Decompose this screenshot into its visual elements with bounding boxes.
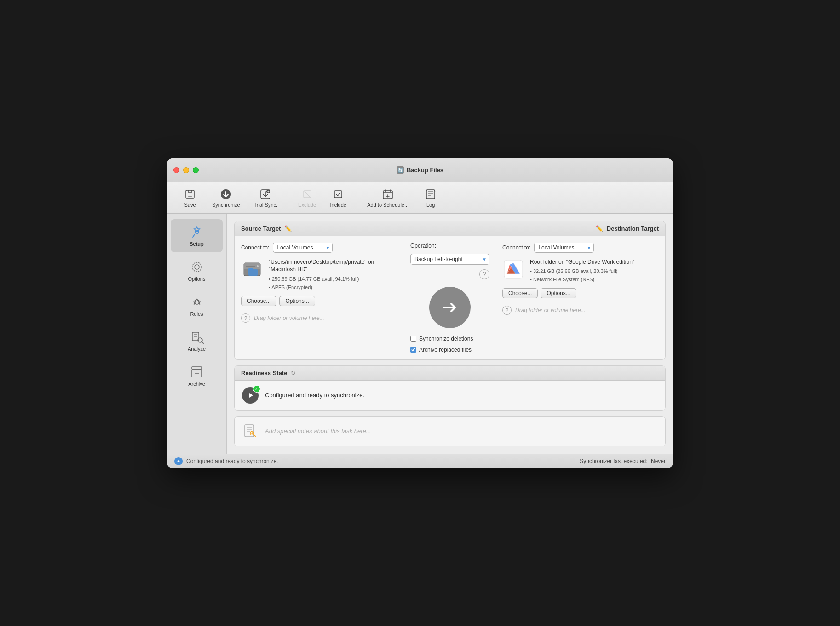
dest-edit-icon[interactable]: ✏️ bbox=[596, 225, 603, 232]
toolbar: Save Synchronize Trial Syn bbox=[167, 182, 673, 214]
sync-deletions-checkbox[interactable] bbox=[410, 336, 416, 342]
svg-line-7 bbox=[304, 191, 311, 198]
sync-deletions-label: Synchronize deletions bbox=[419, 336, 473, 342]
source-btn-row: Choose... Options... bbox=[241, 296, 397, 306]
minimize-button[interactable] bbox=[183, 167, 189, 173]
svg-point-20 bbox=[192, 262, 201, 272]
app-window: 🔄 Backup Files Save bbox=[167, 158, 673, 468]
synchronize-button[interactable]: Synchronize bbox=[207, 186, 246, 209]
rules-icon bbox=[190, 295, 204, 309]
source-options-button[interactable]: Options... bbox=[279, 296, 315, 306]
close-button[interactable] bbox=[173, 167, 179, 173]
status-sync-icon bbox=[174, 457, 183, 465]
dest-size: • 32.21 GB (25.66 GB avail, 20.3% full) bbox=[530, 267, 634, 276]
exclude-button[interactable]: Exclude bbox=[293, 186, 322, 209]
dest-drag-zone: ? Drag folder or volume here... bbox=[502, 306, 659, 315]
source-connect-select[interactable]: Local Volumes Remote Volumes Cloud Stora… bbox=[273, 243, 333, 253]
readiness-content: ✓ Configured and ready to synchronize. bbox=[235, 381, 665, 410]
dest-path: Root folder on "Google Drive Work editio… bbox=[530, 258, 634, 266]
targets-header: Source Target ✏️ ✏️ Destination Target bbox=[235, 221, 665, 236]
sync-value: Never bbox=[651, 458, 666, 464]
sidebar-item-archive[interactable]: Archive bbox=[171, 359, 223, 392]
source-title: Source Target bbox=[241, 225, 281, 232]
operation-select[interactable]: Backup Left-to-right Backup Right-to-lef… bbox=[410, 254, 489, 265]
sidebar-item-rules[interactable]: Rules bbox=[171, 289, 223, 322]
source-help-button[interactable]: ? bbox=[241, 313, 250, 323]
svg-rect-28 bbox=[192, 367, 202, 369]
trial-sync-icon bbox=[259, 188, 272, 201]
sidebar-item-analyze[interactable]: Analyze bbox=[171, 324, 223, 357]
svg-rect-33 bbox=[248, 269, 258, 276]
source-edit-icon[interactable]: ✏️ bbox=[284, 225, 292, 232]
google-drive-icon bbox=[502, 258, 524, 280]
toolbar-separator-1 bbox=[288, 189, 288, 206]
archive-replaced-row: Archive replaced files bbox=[410, 347, 472, 353]
toolbar-separator-2 bbox=[357, 189, 357, 206]
notes-icon bbox=[242, 423, 259, 440]
sync-info: Synchronizer last executed: bbox=[580, 458, 647, 464]
synchronize-label: Synchronize bbox=[212, 202, 240, 208]
dest-meta: • 32.21 GB (25.66 GB avail, 20.3% full) … bbox=[530, 267, 634, 284]
archive-replaced-label: Archive replaced files bbox=[419, 347, 472, 353]
operation-select-wrapper: Backup Left-to-right Backup Right-to-lef… bbox=[410, 254, 489, 265]
svg-text:🔄: 🔄 bbox=[397, 168, 403, 173]
include-button[interactable]: Include bbox=[324, 186, 352, 209]
dest-choose-button[interactable]: Choose... bbox=[502, 288, 538, 298]
notes-placeholder: Add special notes about this task here..… bbox=[265, 428, 371, 435]
sidebar-item-options[interactable]: Options bbox=[171, 254, 223, 287]
sync-deletions-row: Synchronize deletions bbox=[410, 336, 473, 342]
save-button[interactable]: Save bbox=[176, 186, 204, 209]
maximize-button[interactable] bbox=[193, 167, 199, 173]
dest-connect-wrapper: Local Volumes Remote Volumes Cloud Stora… bbox=[534, 243, 594, 253]
svg-rect-34 bbox=[248, 268, 253, 270]
operation-section: Operation: Backup Left-to-right Backup R… bbox=[404, 236, 496, 359]
options-icon bbox=[190, 260, 204, 274]
synchronize-icon bbox=[219, 188, 232, 201]
trial-sync-button[interactable]: Trial Sync. bbox=[248, 186, 283, 209]
dest-connect-select[interactable]: Local Volumes Remote Volumes Cloud Stora… bbox=[534, 243, 594, 253]
add-schedule-label: Add to Schedule... bbox=[367, 202, 408, 208]
readiness-header: Readiness State ↻ bbox=[235, 366, 665, 381]
dest-connect-row: Connect to: Local Volumes Remote Volumes… bbox=[502, 243, 659, 253]
window-controls bbox=[173, 167, 199, 173]
dest-drag-hint: Drag folder or volume here... bbox=[515, 307, 586, 313]
main-area: Setup Options bbox=[167, 214, 673, 454]
notes-panel[interactable]: Add special notes about this task here..… bbox=[234, 416, 666, 446]
sync-executed-label: Synchronizer last executed: Never bbox=[580, 458, 666, 464]
targets-body: Connect to: Local Volumes Remote Volumes… bbox=[235, 236, 665, 359]
readiness-title: Readiness State bbox=[241, 370, 287, 377]
sidebar-item-setup[interactable]: Setup bbox=[171, 219, 223, 252]
destination-header: ✏️ Destination Target bbox=[496, 221, 665, 236]
archive-replaced-checkbox[interactable] bbox=[410, 347, 416, 353]
statusbar-left: Configured and ready to synchronize. bbox=[174, 457, 278, 465]
targets-panel: Source Target ✏️ ✏️ Destination Target bbox=[234, 221, 666, 360]
source-path: "Users/immovero/Desktop/temp/private" on… bbox=[269, 258, 397, 274]
readiness-panel: Readiness State ↻ ✓ Configured and ready… bbox=[234, 365, 666, 411]
save-label: Save bbox=[184, 202, 196, 208]
dest-help-button[interactable]: ? bbox=[502, 306, 512, 315]
svg-line-25 bbox=[201, 342, 203, 343]
app-icon: 🔄 bbox=[397, 166, 404, 174]
source-connect-label: Connect to: bbox=[241, 244, 269, 251]
refresh-icon[interactable]: ↻ bbox=[291, 370, 296, 377]
analyze-label: Analyze bbox=[188, 346, 206, 352]
setup-label: Setup bbox=[190, 241, 204, 247]
titlebar: 🔄 Backup Files bbox=[167, 158, 673, 182]
dest-options-button[interactable]: Options... bbox=[541, 288, 576, 298]
log-icon: n bbox=[424, 188, 437, 201]
log-label: Log bbox=[426, 202, 435, 208]
source-drive-icon bbox=[241, 258, 263, 280]
operation-label: Operation: bbox=[410, 243, 436, 249]
source-text: "Users/immovero/Desktop/temp/private" on… bbox=[269, 258, 397, 292]
readiness-message: Configured and ready to synchronize. bbox=[265, 392, 364, 399]
svg-point-19 bbox=[195, 265, 199, 269]
dest-connect-label: Connect to: bbox=[502, 244, 530, 251]
exclude-label: Exclude bbox=[298, 202, 316, 208]
log-button[interactable]: n Log bbox=[417, 186, 444, 209]
readiness-icon-wrapper: ✓ bbox=[242, 387, 259, 404]
add-schedule-button[interactable]: Add to Schedule... bbox=[362, 186, 414, 209]
statusbar: Configured and ready to synchronize. Syn… bbox=[167, 454, 673, 468]
operation-help-button[interactable]: ? bbox=[479, 269, 489, 279]
source-choose-button[interactable]: Choose... bbox=[241, 296, 276, 306]
include-icon bbox=[332, 188, 345, 201]
